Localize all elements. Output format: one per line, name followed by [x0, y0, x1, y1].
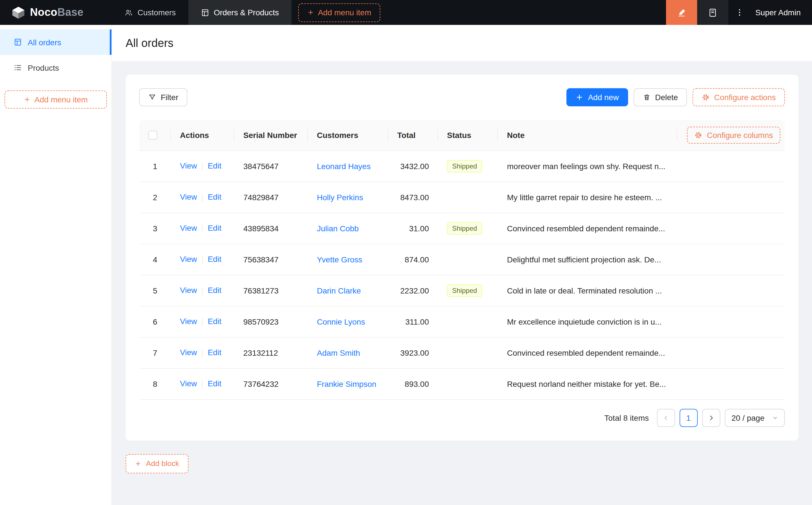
menu-item-customers[interactable]: Customers	[112, 0, 188, 25]
edit-link[interactable]: Edit	[208, 286, 221, 295]
edit-link[interactable]: Edit	[208, 161, 221, 170]
pagination-prev-button[interactable]	[657, 408, 675, 427]
orders-table-block: Filter Add new Delete	[126, 74, 798, 440]
view-link[interactable]: View	[180, 255, 197, 264]
serial-number-cell: 23132112	[243, 348, 278, 357]
plus-icon	[24, 96, 30, 103]
more-button[interactable]	[728, 0, 751, 25]
customer-link[interactable]: Frankie Simpson	[317, 379, 376, 388]
edit-link[interactable]: Edit	[208, 193, 221, 202]
filter-label: Filter	[161, 93, 178, 102]
table-body: 1 ViewEdit 38475647 Leonard Hayes 3432.0…	[139, 150, 785, 399]
menu-item-label: Orders & Products	[214, 8, 279, 17]
note-cell: Convinced resembled dependent remainde..…	[507, 348, 665, 357]
trash-icon	[643, 93, 651, 101]
header-customers: Customers	[308, 120, 388, 150]
row-index: 1	[153, 161, 157, 170]
menu-item-orders-products[interactable]: Orders & Products	[188, 0, 291, 25]
note-cell: Delightful met sufficient projection ask…	[507, 255, 661, 264]
navbar-add-menu-item-label: Add menu item	[318, 8, 371, 17]
user-name: Super Admin	[756, 8, 801, 17]
customer-link[interactable]: Holly Perkins	[317, 193, 363, 202]
ellipsis-vertical-icon	[735, 8, 744, 17]
pagination-page-1[interactable]: 1	[679, 408, 697, 427]
filter-button[interactable]: Filter	[139, 88, 187, 106]
user-menu[interactable]: Super Admin	[751, 0, 812, 25]
action-divider	[202, 287, 202, 295]
action-divider	[202, 318, 202, 326]
add-new-label: Add new	[588, 93, 619, 102]
ui-editor-button[interactable]	[666, 0, 697, 25]
view-link[interactable]: View	[180, 348, 197, 357]
row-index: 3	[153, 224, 157, 233]
action-divider	[202, 256, 202, 264]
edit-link[interactable]: Edit	[208, 379, 221, 388]
nocobase-logo[interactable]: NocoBase	[0, 0, 112, 25]
filter-icon	[148, 93, 156, 101]
customer-link[interactable]: Adam Smith	[317, 348, 360, 357]
sidebar-add-menu-item-button[interactable]: Add menu item	[5, 91, 107, 109]
add-block-button[interactable]: Add block	[126, 454, 188, 473]
status-tag: Shipped	[447, 284, 482, 297]
sidebar-item-products[interactable]: Products	[0, 55, 112, 80]
page-size-select[interactable]: 20 / page	[724, 408, 785, 427]
view-link[interactable]: View	[180, 193, 197, 202]
table-toolbar: Filter Add new Delete	[139, 88, 785, 106]
edit-link[interactable]: Edit	[208, 224, 221, 233]
total-cell: 874.00	[405, 255, 429, 264]
edit-link[interactable]: Edit	[208, 317, 221, 326]
total-cell: 8473.00	[400, 193, 429, 202]
view-link[interactable]: View	[180, 161, 197, 170]
table-row: 6 ViewEdit 98570923 Connie Lyons 311.00 …	[139, 306, 785, 337]
table-row: 1 ViewEdit 38475647 Leonard Hayes 3432.0…	[139, 150, 785, 182]
view-link[interactable]: View	[180, 224, 197, 233]
docs-button[interactable]	[697, 0, 728, 25]
configure-columns-label: Configure columns	[707, 131, 773, 140]
table-row: 7 ViewEdit 23132112 Adam Smith 3923.00 C…	[139, 337, 785, 368]
view-link[interactable]: View	[180, 317, 197, 326]
select-all-checkbox[interactable]	[148, 131, 157, 140]
row-index: 5	[153, 286, 157, 295]
chevron-down-icon	[772, 415, 778, 420]
page-title: All orders	[126, 36, 173, 49]
chevron-right-icon	[708, 414, 714, 421]
sidebar-item-label: All orders	[28, 38, 61, 47]
add-new-button[interactable]: Add new	[566, 88, 628, 106]
serial-number-cell: 38475647	[243, 161, 279, 170]
edit-link[interactable]: Edit	[208, 348, 221, 357]
sidebar-item-all-orders[interactable]: All orders	[0, 29, 112, 55]
navbar-add-menu-item-button[interactable]: Add menu item	[298, 3, 380, 22]
edit-link[interactable]: Edit	[208, 255, 221, 264]
view-link[interactable]: View	[180, 286, 197, 295]
customer-link[interactable]: Yvette Gross	[317, 255, 362, 264]
configure-actions-label: Configure actions	[714, 93, 776, 102]
logo-text: NocoBase	[30, 6, 84, 19]
orders-icon	[200, 8, 209, 17]
page-header: All orders	[112, 25, 812, 61]
customer-link[interactable]: Darin Clarke	[317, 286, 361, 295]
pagination-next-button[interactable]	[702, 408, 720, 427]
page-size-value: 20 / page	[731, 413, 765, 422]
menu-item-label: Customers	[137, 8, 176, 17]
action-divider	[202, 349, 202, 357]
action-divider	[202, 194, 202, 202]
configure-actions-button[interactable]: Configure actions	[693, 88, 785, 106]
customer-link[interactable]: Leonard Hayes	[317, 161, 371, 170]
total-cell: 311.00	[405, 317, 429, 326]
top-navbar: NocoBase Customers Orders & Products Add…	[0, 0, 812, 25]
header-actions: Actions	[171, 120, 234, 150]
status-tag: Shipped	[447, 222, 482, 234]
header-serial-number: Serial Number	[234, 120, 308, 150]
customer-link[interactable]: Connie Lyons	[317, 317, 365, 326]
view-link[interactable]: View	[180, 379, 197, 388]
gear-icon	[702, 93, 709, 101]
main-menu: Customers Orders & Products	[112, 0, 291, 25]
pagination-total: Total 8 items	[604, 413, 649, 422]
delete-button[interactable]: Delete	[634, 88, 687, 106]
table-row: 5 ViewEdit 76381273 Darin Clarke 2232.00…	[139, 275, 785, 306]
status-tag: Shipped	[447, 160, 482, 172]
table-row: 8 ViewEdit 73764232 Frankie Simpson 893.…	[139, 368, 785, 399]
configure-columns-button[interactable]: Configure columns	[687, 127, 780, 144]
page-content: Filter Add new Delete	[112, 61, 812, 505]
customer-link[interactable]: Julian Cobb	[317, 224, 359, 233]
